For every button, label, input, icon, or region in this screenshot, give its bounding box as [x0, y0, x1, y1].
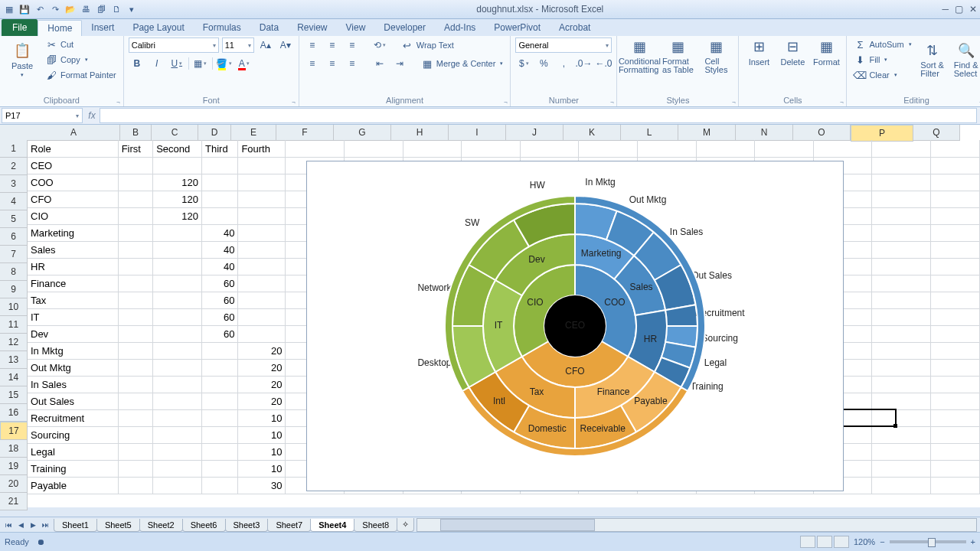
col-header[interactable]: Q [913, 125, 960, 141]
cell[interactable] [872, 191, 931, 208]
cell[interactable] [872, 409, 931, 427]
cell[interactable] [119, 477, 154, 494]
cell[interactable] [202, 393, 238, 410]
sheet-tab[interactable]: Sheet5 [96, 519, 140, 532]
cell[interactable] [153, 426, 202, 444]
cell[interactable] [119, 443, 154, 461]
col-header[interactable]: F [276, 125, 334, 141]
ribbon-tab-review[interactable]: Review [288, 20, 336, 36]
col-header[interactable]: C [152, 125, 198, 141]
fx-icon[interactable]: fx [84, 110, 100, 121]
shrink-font-icon[interactable]: A▾ [277, 37, 294, 53]
cell[interactable] [931, 376, 980, 393]
zoom-out-icon[interactable]: − [880, 537, 884, 546]
autosum-button[interactable]: ΣAutoSum▾ [851, 37, 913, 51]
cell[interactable] [872, 426, 931, 444]
cell[interactable] [202, 443, 238, 461]
cell[interactable]: 60 [202, 325, 238, 343]
ribbon-tab-home[interactable]: Home [38, 20, 82, 36]
cell[interactable] [872, 157, 931, 174]
cell[interactable] [872, 174, 931, 191]
cell[interactable] [153, 443, 202, 461]
cell[interactable] [119, 342, 154, 360]
cell[interactable] [153, 157, 202, 174]
cell[interactable] [119, 157, 154, 174]
cell[interactable] [931, 292, 980, 309]
cell[interactable] [202, 342, 238, 360]
cell[interactable]: 20 [238, 376, 286, 393]
wrap-text-button[interactable]: ↩Wrap Text [399, 38, 456, 52]
cell[interactable] [872, 376, 931, 393]
italic-button[interactable]: I [149, 56, 165, 71]
col-header[interactable]: N [736, 125, 793, 141]
cell[interactable] [119, 241, 154, 259]
decrease-indent-icon[interactable]: ⇤ [371, 56, 388, 71]
fill-color-button[interactable]: 🪣 [216, 56, 233, 71]
cell[interactable] [872, 308, 931, 326]
cell[interactable] [119, 393, 154, 410]
open-icon[interactable]: 📂 [64, 3, 77, 15]
save-icon[interactable]: 💾 [18, 3, 31, 15]
cell[interactable] [202, 409, 238, 427]
cell[interactable]: 40 [202, 224, 238, 242]
percent-icon[interactable]: % [535, 56, 552, 71]
cell[interactable]: Sourcing [28, 426, 119, 444]
cell[interactable]: 10 [238, 443, 286, 461]
cell[interactable] [872, 477, 931, 494]
maximize-icon[interactable]: ▢ [955, 4, 963, 15]
cell[interactable]: Tax [28, 292, 119, 309]
align-center-icon[interactable]: ≡ [324, 56, 341, 71]
cell[interactable] [119, 359, 154, 377]
cell[interactable] [872, 359, 931, 377]
align-left-icon[interactable]: ≡ [304, 56, 321, 71]
increase-decimal-icon[interactable]: .0→ [575, 56, 592, 71]
cell[interactable] [872, 275, 931, 292]
cell[interactable] [931, 460, 980, 478]
accounting-icon[interactable]: $ [515, 56, 532, 71]
col-header[interactable]: D [198, 125, 231, 141]
conditional-formatting-button[interactable]: ▦Conditional Formatting [622, 37, 657, 74]
horizontal-scrollbar[interactable] [416, 518, 977, 532]
cell[interactable] [931, 359, 980, 377]
cell[interactable] [931, 207, 980, 225]
row-header[interactable]: 2 [0, 158, 28, 175]
paste-button[interactable]: 📋 Paste ▾ [5, 41, 40, 78]
cell[interactable]: 60 [202, 292, 238, 309]
cell[interactable]: Marketing [28, 224, 119, 242]
clear-button[interactable]: ⌫Clear▾ [851, 68, 913, 82]
cell[interactable] [238, 292, 286, 309]
file-tab[interactable]: File [2, 19, 38, 36]
cell[interactable] [238, 174, 286, 191]
cell[interactable] [872, 325, 931, 343]
cell[interactable]: CEO [28, 157, 119, 174]
number-format-select[interactable]: General▾ [515, 37, 612, 53]
cell[interactable] [872, 258, 931, 276]
cell[interactable] [345, 140, 403, 158]
formula-input[interactable] [100, 108, 977, 123]
cell[interactable] [931, 157, 980, 174]
doughnut-chart[interactable]: COOMarketingIn MktgOut MktgSalesIn Sales… [306, 161, 844, 491]
cell[interactable] [202, 359, 238, 377]
ribbon-tab-insert[interactable]: Insert [82, 20, 123, 36]
cell[interactable] [872, 443, 931, 461]
row-header[interactable]: 16 [0, 404, 28, 422]
new-icon[interactable]: 🗋 [110, 3, 122, 15]
sheet-tab[interactable]: Sheet6 [182, 519, 226, 532]
row-header[interactable]: 14 [0, 369, 28, 386]
delete-cells-button[interactable]: ⊟Delete [777, 37, 808, 67]
cell[interactable] [119, 224, 154, 242]
cell[interactable]: 10 [238, 460, 286, 478]
cell[interactable] [153, 460, 202, 478]
last-sheet-icon[interactable]: ⏭ [40, 521, 51, 529]
col-header[interactable]: M [678, 125, 736, 141]
cell[interactable]: 10 [238, 426, 286, 444]
cell[interactable]: 40 [202, 258, 238, 276]
cell[interactable]: Recruitment [28, 409, 119, 427]
font-color-button[interactable]: A [236, 56, 253, 71]
row-header[interactable]: 11 [0, 316, 28, 334]
cell[interactable] [931, 258, 980, 276]
col-header[interactable]: K [564, 125, 621, 141]
cell[interactable] [153, 241, 202, 259]
row-header[interactable]: 15 [0, 386, 28, 404]
qat-more-icon[interactable]: ▾ [126, 3, 138, 15]
